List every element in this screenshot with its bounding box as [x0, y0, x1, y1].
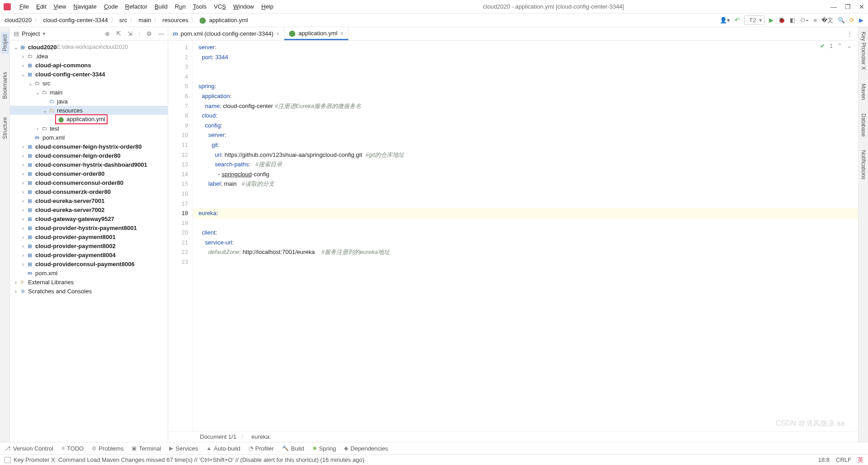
maximize-button[interactable]: ❐ [845, 3, 851, 10]
pane-title[interactable]: Project [22, 30, 40, 37]
crumb-0[interactable]: cloud2020 [5, 17, 32, 23]
close-icon[interactable]: × [276, 30, 280, 37]
coverage-button[interactable]: ◧ [790, 17, 795, 23]
menu-tools[interactable]: Tools [190, 1, 210, 12]
tree-row[interactable]: ›▦cloud-providerconsul-payment8006 [10, 259, 168, 268]
tool-spring[interactable]: ❀Spring [312, 445, 336, 452]
crumb-3[interactable]: main [138, 17, 151, 23]
tree-row[interactable]: 🗀java [10, 97, 168, 106]
tree-row[interactable]: ›▦cloud-gateway-gateway9527 [10, 214, 168, 223]
rail-notifications[interactable]: Notifications [860, 150, 867, 179]
tab-pom[interactable]: m pom.xml (cloud-config-center-3344) × [168, 27, 284, 40]
menu-file[interactable]: File [16, 1, 32, 12]
collapse-all-icon[interactable]: ⇲ [127, 30, 132, 37]
menu-build[interactable]: Build [151, 1, 171, 12]
tool-services[interactable]: ▶Services [169, 445, 198, 452]
tabs-more[interactable]: ⋮ [841, 27, 858, 40]
run-config-selector[interactable]: T2 [744, 15, 764, 25]
menu-refactor[interactable]: Refactor [122, 1, 151, 12]
tree-row[interactable]: ›▦cloud-eureka-server7002 [10, 205, 168, 214]
chevron-up-icon[interactable]: ⌃ [837, 42, 842, 49]
expand-all-icon[interactable]: ⇱ [116, 30, 121, 37]
chevron-down-icon[interactable]: ⌄ [847, 42, 852, 49]
sync-icon[interactable]: ⟳ [849, 17, 854, 23]
search-icon[interactable]: 🔍 [838, 17, 845, 23]
tree-row[interactable]: ›▦cloud-consumer-feign-hystrix-order80 [10, 142, 168, 151]
menu-view[interactable]: View [50, 1, 69, 12]
tree-row[interactable]: ⌄🗀main [10, 88, 168, 97]
tool-problems[interactable]: ⊘Problems [92, 445, 123, 452]
rail-structure[interactable]: Structure [2, 117, 8, 139]
tool-dependencies[interactable]: ◆Dependencies [344, 445, 388, 452]
crumb-path[interactable]: eureka: [251, 433, 271, 440]
close-button[interactable]: ✕ [859, 3, 864, 10]
line-separator[interactable]: CRLF [836, 456, 851, 463]
select-target-icon[interactable]: ⊕ [105, 30, 110, 37]
pane-dropdown[interactable]: ▾ [42, 30, 46, 37]
line-gutter[interactable]: 1234567891011121314151617181920212223 [168, 41, 193, 431]
translate-icon[interactable]: �文 [821, 16, 833, 24]
project-tree[interactable]: ⌄▦cloud2020 E:\idea-workspace\cloud2020›… [10, 41, 168, 442]
tree-row[interactable]: ›▦cloud-eureka-server7001 [10, 196, 168, 205]
tool-build[interactable]: 🔨Build [282, 445, 304, 452]
hide-icon[interactable]: — [158, 30, 164, 37]
tree-row[interactable]: ›▦cloud-consumerzk-order80 [10, 187, 168, 196]
stop-button[interactable]: ■ [813, 17, 817, 23]
tool-profiler[interactable]: ◔Profiler [249, 445, 274, 452]
run-button[interactable]: ▶ [769, 17, 774, 23]
tool-version-control[interactable]: ⎇Version Control [5, 445, 53, 452]
tree-row[interactable]: mpom.xml [10, 268, 168, 277]
menu-vcs[interactable]: VCS [211, 1, 229, 12]
crumb-5[interactable]: application.yml [209, 17, 248, 23]
tool-autobuild[interactable]: ▲Auto-build [206, 445, 240, 452]
tree-row[interactable]: ⌄▦cloud-config-center-3344 [10, 70, 168, 79]
menu-code[interactable]: Code [101, 1, 121, 12]
tree-row[interactable]: ⌄🗀src [10, 79, 168, 88]
back-icon[interactable]: ↶ [735, 17, 740, 23]
menu-edit[interactable]: Edit [33, 1, 49, 12]
close-icon[interactable]: × [340, 30, 344, 37]
tree-row[interactable]: ›▦cloud-consumer-order80 [10, 169, 168, 178]
doc-indicator[interactable]: Document 1/1 [200, 433, 236, 440]
crumb-4[interactable]: resources [162, 17, 188, 23]
status-icon[interactable] [5, 457, 11, 463]
tool-terminal[interactable]: ▣Terminal [132, 445, 161, 452]
crumb-2[interactable]: src [119, 17, 127, 23]
debug-button[interactable]: 🐞 [778, 17, 785, 23]
tree-row[interactable]: ⌄▦cloud2020 E:\idea-workspace\cloud2020 [10, 42, 168, 52]
tree-row[interactable]: ›▦cloud-api-commons [10, 61, 168, 70]
rail-maven[interactable]: Maven [860, 84, 867, 100]
profile-button[interactable]: ⏲▾ [800, 17, 809, 23]
tree-row[interactable]: ›🗀.idea [10, 52, 168, 61]
tree-row[interactable]: ›▦cloud-provider-payment8001 [10, 232, 168, 241]
breadcrumb[interactable]: cloud2020〉 cloud-config-center-3344〉 src… [5, 16, 248, 24]
crumb-1[interactable]: cloud-config-center-3344 [43, 17, 108, 23]
caret-position[interactable]: 18:8 [818, 456, 830, 463]
editor-body[interactable]: 1234567891011121314151617181920212223 se… [168, 41, 858, 431]
inspection-widget[interactable]: ✔ 1 ⌃ ⌄ [820, 42, 852, 49]
tree-row[interactable]: ⬤application.yml [10, 115, 168, 124]
rail-project[interactable]: Project [1, 32, 9, 54]
tab-application-yml[interactable]: ⬤ application.yml × [284, 27, 349, 40]
tree-row[interactable]: ›▦cloud-provider-payment8002 [10, 241, 168, 250]
tree-row[interactable]: ›▦cloud-consumer-feign-order80 [10, 151, 168, 160]
menu-navigate[interactable]: Navigate [70, 1, 99, 12]
tree-row[interactable]: ›🗀test [10, 124, 168, 133]
minimize-button[interactable]: — [830, 3, 837, 10]
tree-row[interactable]: ›▦cloud-provider-payment8004 [10, 250, 168, 259]
ime-indicator[interactable]: 英 [858, 456, 863, 464]
tree-row[interactable]: ›▦cloud-consumerconsul-order80 [10, 178, 168, 187]
menu-help[interactable]: Help [258, 1, 277, 12]
menu-window[interactable]: Window [230, 1, 257, 12]
rail-key-promoter[interactable]: Key Promoter X [860, 32, 867, 70]
rail-database[interactable]: Database [860, 113, 867, 136]
code-content[interactable]: server: port: 3344 spring: application: … [193, 41, 858, 431]
menu-run[interactable]: Run [172, 1, 189, 12]
tree-row[interactable]: ›⊗Scratches and Consoles [10, 287, 168, 296]
ide-settings-icon[interactable]: ▶ [859, 17, 863, 23]
tree-row[interactable]: ›⊪External Libraries [10, 277, 168, 287]
tree-row[interactable]: mpom.xml [10, 133, 168, 142]
tree-row[interactable]: ›▦cloud-provider-hystrix-payment8001 [10, 223, 168, 232]
user-icon[interactable]: 👤▾ [720, 17, 730, 23]
rail-bookmarks[interactable]: Bookmarks [2, 72, 8, 99]
